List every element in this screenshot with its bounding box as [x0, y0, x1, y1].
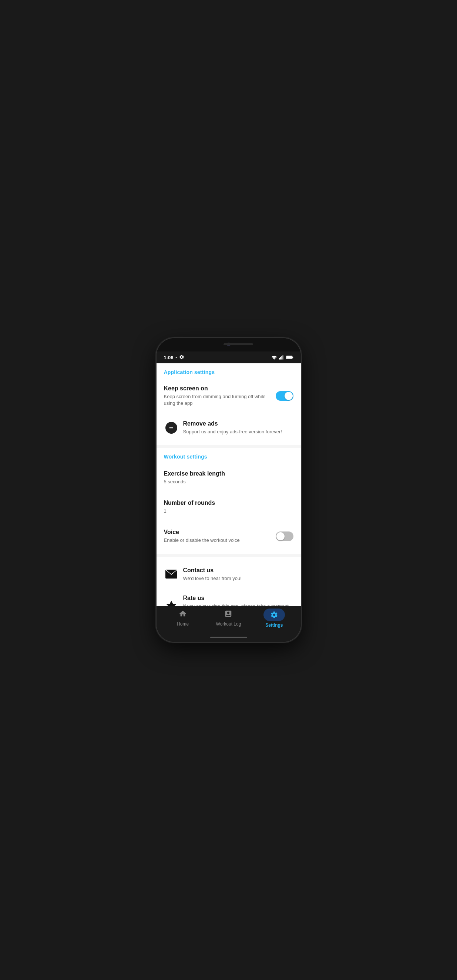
- exercise-break-value: 5 seconds: [164, 479, 294, 485]
- contact-us-desc: We'd love to hear from you!: [183, 575, 294, 582]
- exercise-break-item[interactable]: Exercise break length 5 seconds: [164, 466, 294, 490]
- rounds-text: Number of rounds 1: [164, 499, 294, 514]
- voice-text: Voice Enable or disable the workout voic…: [164, 528, 271, 544]
- svg-rect-0: [279, 358, 280, 359]
- toggle-track-off: [276, 531, 294, 541]
- remove-ads-icon-wrap: −: [164, 420, 179, 435]
- remove-ads-item[interactable]: − Remove ads Support us and enjoy ads-fr…: [164, 416, 294, 439]
- settings-content: Application settings Keep screen on Keep…: [157, 363, 301, 606]
- toggle-voice[interactable]: [276, 531, 294, 541]
- app-settings-header: Application settings: [164, 369, 294, 375]
- toggle-track-on: [276, 391, 294, 401]
- application-settings-section: Application settings Keep screen on Keep…: [157, 363, 301, 445]
- toggle-thumb-voice: [276, 532, 284, 540]
- keep-screen-on-desc: Keep screen from dimming and turning off…: [164, 393, 271, 407]
- toggle-thumb: [284, 392, 293, 400]
- signal-icon: [279, 355, 284, 360]
- exercise-break-title: Exercise break length: [164, 470, 294, 478]
- minus-icon: −: [165, 422, 177, 434]
- star-icon: [165, 600, 177, 606]
- sim-icon: ▪: [176, 355, 177, 360]
- email-icon-wrap: [164, 567, 179, 582]
- svg-rect-2: [281, 356, 282, 360]
- svg-rect-1: [280, 357, 281, 360]
- email-icon: [165, 570, 177, 579]
- keep-screen-on-item[interactable]: Keep screen on Keep screen from dimming …: [164, 381, 294, 410]
- home-indicator: [157, 633, 301, 642]
- contact-us-text: Contact us We'd love to hear from you!: [183, 567, 294, 582]
- status-left: 1:06 ▪: [164, 355, 185, 361]
- workout-settings-section: Workout settings Exercise break length 5…: [157, 448, 301, 554]
- screen: Application settings Keep screen on Keep…: [157, 363, 301, 642]
- rounds-title: Number of rounds: [164, 499, 294, 507]
- svg-rect-5: [292, 357, 293, 358]
- svg-rect-6: [286, 356, 292, 358]
- keep-screen-on-toggle[interactable]: [276, 391, 294, 401]
- keep-screen-on-text: Keep screen on Keep screen from dimming …: [164, 385, 271, 407]
- battery-icon: [286, 355, 294, 360]
- voice-toggle[interactable]: [276, 531, 294, 541]
- home-nav-label: Home: [177, 622, 189, 627]
- contact-section: Contact us We'd love to hear from you! R…: [157, 557, 301, 606]
- rate-us-text: Rate us If you enjoy using this app, ple…: [183, 595, 294, 606]
- time-display: 1:06: [164, 355, 173, 360]
- contact-us-item[interactable]: Contact us We'd love to hear from you!: [164, 563, 294, 585]
- remove-ads-text: Remove ads Support us and enjoy ads-free…: [183, 420, 294, 435]
- remove-ads-desc: Support us and enjoy ads-free version fo…: [183, 428, 294, 435]
- contact-us-title: Contact us: [183, 567, 294, 574]
- toggle-keep-screen[interactable]: [276, 391, 294, 401]
- workout-log-nav-label: Workout Log: [216, 622, 241, 627]
- settings-nav-icon: [270, 611, 278, 619]
- star-icon-wrap: [164, 598, 179, 606]
- voice-title: Voice: [164, 528, 271, 536]
- rate-us-desc: If you enjoy using this app, please take…: [183, 603, 294, 606]
- home-bar: [210, 637, 247, 638]
- exercise-break-text: Exercise break length 5 seconds: [164, 470, 294, 485]
- wifi-icon: [271, 355, 277, 360]
- rounds-value: 1: [164, 508, 294, 514]
- status-bar: 1:06 ▪: [157, 352, 301, 363]
- gear-status-icon: [179, 355, 184, 361]
- remove-ads-title: Remove ads: [183, 420, 294, 428]
- svg-rect-3: [282, 355, 283, 359]
- home-nav-icon: [179, 609, 187, 620]
- rate-us-item[interactable]: Rate us If you enjoy using this app, ple…: [164, 591, 294, 606]
- nav-workout-log[interactable]: Workout Log: [206, 609, 251, 627]
- nav-settings[interactable]: Settings: [251, 609, 297, 628]
- rounds-item[interactable]: Number of rounds 1: [164, 495, 294, 519]
- phone-top-bar: [157, 338, 301, 352]
- rate-us-title: Rate us: [183, 595, 294, 602]
- status-icons: [271, 355, 294, 360]
- voice-desc: Enable or disable the workout voice: [164, 537, 271, 544]
- keep-screen-on-title: Keep screen on: [164, 385, 271, 393]
- phone-frame: 1:06 ▪: [157, 338, 301, 642]
- settings-nav-active-bg: [263, 609, 285, 621]
- bottom-nav: Home Workout Log Settings: [157, 606, 301, 633]
- workout-log-nav-icon: [224, 609, 232, 620]
- workout-settings-header: Workout settings: [164, 454, 294, 460]
- nav-home[interactable]: Home: [160, 609, 206, 627]
- voice-item[interactable]: Voice Enable or disable the workout voic…: [164, 524, 294, 548]
- settings-nav-label: Settings: [265, 623, 283, 628]
- speaker-bar: [224, 343, 253, 345]
